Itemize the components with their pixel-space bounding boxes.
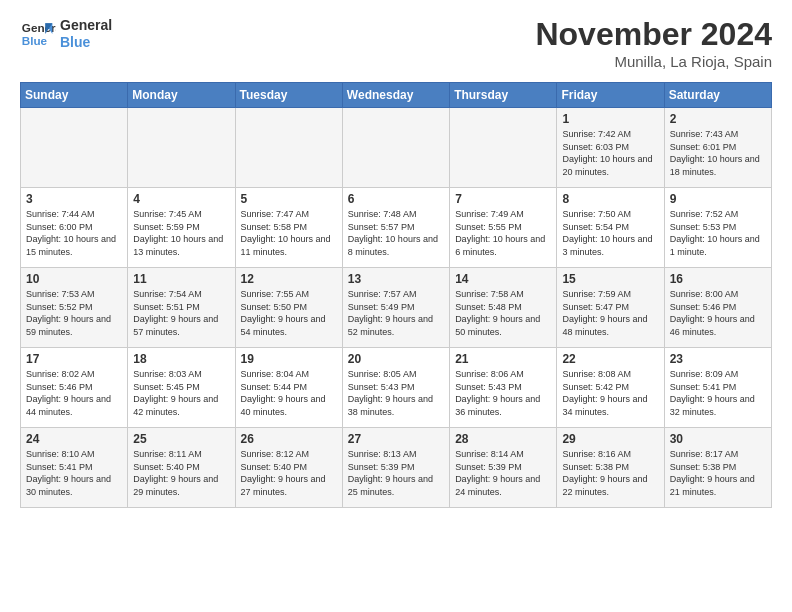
- day-info: Sunrise: 7:49 AM Sunset: 5:55 PM Dayligh…: [455, 208, 551, 258]
- day-number: 5: [241, 192, 337, 206]
- day-info: Sunrise: 7:55 AM Sunset: 5:50 PM Dayligh…: [241, 288, 337, 338]
- day-info: Sunrise: 7:57 AM Sunset: 5:49 PM Dayligh…: [348, 288, 444, 338]
- day-number: 16: [670, 272, 766, 286]
- day-info: Sunrise: 7:53 AM Sunset: 5:52 PM Dayligh…: [26, 288, 122, 338]
- day-cell: 14Sunrise: 7:58 AM Sunset: 5:48 PM Dayli…: [450, 268, 557, 348]
- day-cell: 2Sunrise: 7:43 AM Sunset: 6:01 PM Daylig…: [664, 108, 771, 188]
- day-cell: [21, 108, 128, 188]
- day-cell: 27Sunrise: 8:13 AM Sunset: 5:39 PM Dayli…: [342, 428, 449, 508]
- calendar-header: SundayMondayTuesdayWednesdayThursdayFrid…: [21, 83, 772, 108]
- day-cell: 26Sunrise: 8:12 AM Sunset: 5:40 PM Dayli…: [235, 428, 342, 508]
- day-info: Sunrise: 8:16 AM Sunset: 5:38 PM Dayligh…: [562, 448, 658, 498]
- day-info: Sunrise: 7:50 AM Sunset: 5:54 PM Dayligh…: [562, 208, 658, 258]
- day-info: Sunrise: 8:05 AM Sunset: 5:43 PM Dayligh…: [348, 368, 444, 418]
- day-number: 21: [455, 352, 551, 366]
- page-container: General Blue General Blue November 2024 …: [0, 0, 792, 518]
- day-number: 23: [670, 352, 766, 366]
- day-cell: [235, 108, 342, 188]
- day-cell: 8Sunrise: 7:50 AM Sunset: 5:54 PM Daylig…: [557, 188, 664, 268]
- day-info: Sunrise: 8:11 AM Sunset: 5:40 PM Dayligh…: [133, 448, 229, 498]
- day-info: Sunrise: 7:44 AM Sunset: 6:00 PM Dayligh…: [26, 208, 122, 258]
- day-cell: [342, 108, 449, 188]
- month-title: November 2024: [535, 16, 772, 53]
- day-cell: 3Sunrise: 7:44 AM Sunset: 6:00 PM Daylig…: [21, 188, 128, 268]
- day-cell: 29Sunrise: 8:16 AM Sunset: 5:38 PM Dayli…: [557, 428, 664, 508]
- day-info: Sunrise: 8:12 AM Sunset: 5:40 PM Dayligh…: [241, 448, 337, 498]
- day-info: Sunrise: 7:58 AM Sunset: 5:48 PM Dayligh…: [455, 288, 551, 338]
- day-cell: 9Sunrise: 7:52 AM Sunset: 5:53 PM Daylig…: [664, 188, 771, 268]
- day-number: 27: [348, 432, 444, 446]
- day-cell: 4Sunrise: 7:45 AM Sunset: 5:59 PM Daylig…: [128, 188, 235, 268]
- day-cell: 6Sunrise: 7:48 AM Sunset: 5:57 PM Daylig…: [342, 188, 449, 268]
- day-info: Sunrise: 8:00 AM Sunset: 5:46 PM Dayligh…: [670, 288, 766, 338]
- day-cell: 28Sunrise: 8:14 AM Sunset: 5:39 PM Dayli…: [450, 428, 557, 508]
- day-number: 19: [241, 352, 337, 366]
- header-cell-friday: Friday: [557, 83, 664, 108]
- day-info: Sunrise: 7:54 AM Sunset: 5:51 PM Dayligh…: [133, 288, 229, 338]
- day-number: 22: [562, 352, 658, 366]
- day-number: 3: [26, 192, 122, 206]
- day-cell: 5Sunrise: 7:47 AM Sunset: 5:58 PM Daylig…: [235, 188, 342, 268]
- day-number: 24: [26, 432, 122, 446]
- day-number: 28: [455, 432, 551, 446]
- header-row: SundayMondayTuesdayWednesdayThursdayFrid…: [21, 83, 772, 108]
- logo-icon: General Blue: [20, 16, 56, 52]
- day-cell: 7Sunrise: 7:49 AM Sunset: 5:55 PM Daylig…: [450, 188, 557, 268]
- day-cell: [450, 108, 557, 188]
- day-number: 26: [241, 432, 337, 446]
- day-info: Sunrise: 8:13 AM Sunset: 5:39 PM Dayligh…: [348, 448, 444, 498]
- day-info: Sunrise: 7:42 AM Sunset: 6:03 PM Dayligh…: [562, 128, 658, 178]
- day-cell: 20Sunrise: 8:05 AM Sunset: 5:43 PM Dayli…: [342, 348, 449, 428]
- day-cell: 13Sunrise: 7:57 AM Sunset: 5:49 PM Dayli…: [342, 268, 449, 348]
- day-cell: 24Sunrise: 8:10 AM Sunset: 5:41 PM Dayli…: [21, 428, 128, 508]
- day-number: 14: [455, 272, 551, 286]
- day-info: Sunrise: 7:43 AM Sunset: 6:01 PM Dayligh…: [670, 128, 766, 178]
- week-row-2: 10Sunrise: 7:53 AM Sunset: 5:52 PM Dayli…: [21, 268, 772, 348]
- day-cell: 21Sunrise: 8:06 AM Sunset: 5:43 PM Dayli…: [450, 348, 557, 428]
- day-cell: 17Sunrise: 8:02 AM Sunset: 5:46 PM Dayli…: [21, 348, 128, 428]
- calendar-body: 1Sunrise: 7:42 AM Sunset: 6:03 PM Daylig…: [21, 108, 772, 508]
- day-info: Sunrise: 8:09 AM Sunset: 5:41 PM Dayligh…: [670, 368, 766, 418]
- day-info: Sunrise: 7:52 AM Sunset: 5:53 PM Dayligh…: [670, 208, 766, 258]
- week-row-3: 17Sunrise: 8:02 AM Sunset: 5:46 PM Dayli…: [21, 348, 772, 428]
- day-info: Sunrise: 8:08 AM Sunset: 5:42 PM Dayligh…: [562, 368, 658, 418]
- day-number: 10: [26, 272, 122, 286]
- logo-line2: Blue: [60, 34, 112, 51]
- day-number: 2: [670, 112, 766, 126]
- day-cell: 22Sunrise: 8:08 AM Sunset: 5:42 PM Dayli…: [557, 348, 664, 428]
- day-number: 13: [348, 272, 444, 286]
- day-number: 15: [562, 272, 658, 286]
- day-info: Sunrise: 7:45 AM Sunset: 5:59 PM Dayligh…: [133, 208, 229, 258]
- day-cell: [128, 108, 235, 188]
- day-number: 9: [670, 192, 766, 206]
- day-cell: 10Sunrise: 7:53 AM Sunset: 5:52 PM Dayli…: [21, 268, 128, 348]
- location: Munilla, La Rioja, Spain: [535, 53, 772, 70]
- day-info: Sunrise: 8:06 AM Sunset: 5:43 PM Dayligh…: [455, 368, 551, 418]
- day-number: 8: [562, 192, 658, 206]
- header-cell-wednesday: Wednesday: [342, 83, 449, 108]
- day-info: Sunrise: 8:10 AM Sunset: 5:41 PM Dayligh…: [26, 448, 122, 498]
- day-cell: 16Sunrise: 8:00 AM Sunset: 5:46 PM Dayli…: [664, 268, 771, 348]
- day-cell: 18Sunrise: 8:03 AM Sunset: 5:45 PM Dayli…: [128, 348, 235, 428]
- day-number: 6: [348, 192, 444, 206]
- header-cell-saturday: Saturday: [664, 83, 771, 108]
- header-cell-thursday: Thursday: [450, 83, 557, 108]
- day-number: 4: [133, 192, 229, 206]
- day-number: 11: [133, 272, 229, 286]
- day-number: 30: [670, 432, 766, 446]
- week-row-0: 1Sunrise: 7:42 AM Sunset: 6:03 PM Daylig…: [21, 108, 772, 188]
- day-info: Sunrise: 8:14 AM Sunset: 5:39 PM Dayligh…: [455, 448, 551, 498]
- logo: General Blue General Blue: [20, 16, 112, 52]
- header-cell-monday: Monday: [128, 83, 235, 108]
- day-info: Sunrise: 8:17 AM Sunset: 5:38 PM Dayligh…: [670, 448, 766, 498]
- day-info: Sunrise: 7:47 AM Sunset: 5:58 PM Dayligh…: [241, 208, 337, 258]
- day-info: Sunrise: 7:59 AM Sunset: 5:47 PM Dayligh…: [562, 288, 658, 338]
- day-cell: 11Sunrise: 7:54 AM Sunset: 5:51 PM Dayli…: [128, 268, 235, 348]
- header-cell-tuesday: Tuesday: [235, 83, 342, 108]
- page-header: General Blue General Blue November 2024 …: [20, 16, 772, 70]
- day-number: 1: [562, 112, 658, 126]
- day-number: 25: [133, 432, 229, 446]
- day-info: Sunrise: 8:03 AM Sunset: 5:45 PM Dayligh…: [133, 368, 229, 418]
- header-cell-sunday: Sunday: [21, 83, 128, 108]
- day-number: 17: [26, 352, 122, 366]
